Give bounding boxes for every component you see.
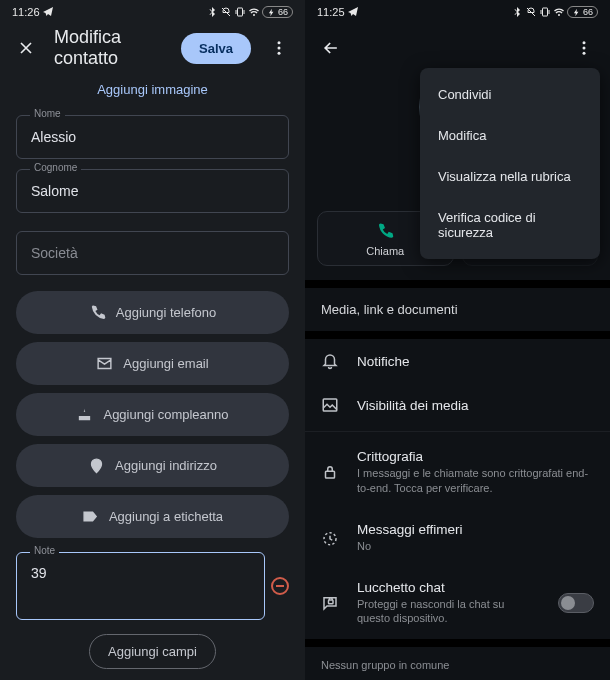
note-label: Note xyxy=(30,545,59,556)
encryption-item[interactable]: Crittografia I messaggi e le chiamate so… xyxy=(305,436,610,509)
notifications-item[interactable]: Notifiche xyxy=(305,339,610,383)
bell-icon xyxy=(321,352,339,370)
company-field[interactable] xyxy=(16,231,289,275)
topbar xyxy=(305,24,610,72)
add-label-button[interactable]: Aggiungi a etichetta xyxy=(16,495,289,538)
svg-rect-10 xyxy=(326,472,335,479)
create-group-button[interactable]: Crea gruppo con Alessio xyxy=(305,675,610,680)
phone-icon xyxy=(376,222,394,240)
battery-indicator: 66 xyxy=(262,6,293,18)
screen-contact-info: 11:25 66 Aless +39 3 Chiama xyxy=(305,0,610,680)
name-input[interactable] xyxy=(16,115,289,159)
statusbar: 11:25 66 xyxy=(305,0,610,24)
svg-rect-12 xyxy=(329,600,334,604)
statusbar: 11:26 66 xyxy=(0,0,305,24)
svg-point-6 xyxy=(583,41,586,44)
cake-icon xyxy=(76,406,93,423)
note-field[interactable]: Note xyxy=(16,552,265,620)
chatlock-icon xyxy=(321,594,339,612)
status-time: 11:26 xyxy=(12,6,40,18)
close-icon xyxy=(16,38,36,58)
remove-note-button[interactable] xyxy=(271,577,289,595)
more-vert-icon xyxy=(575,39,593,57)
no-groups-label: Nessun gruppo in comune xyxy=(305,647,610,675)
chatlock-toggle[interactable] xyxy=(558,593,594,613)
topbar: Modifica contatto Salva xyxy=(0,24,305,72)
svg-point-3 xyxy=(278,52,281,55)
svg-point-8 xyxy=(583,52,586,55)
svg-point-7 xyxy=(583,47,586,50)
add-birthday-button[interactable]: Aggiungi compleanno xyxy=(16,393,289,436)
arrow-back-icon xyxy=(321,38,341,58)
status-time: 11:25 xyxy=(317,6,345,18)
more-fields-button[interactable]: Aggiungi campi xyxy=(89,634,216,669)
name-label: Nome xyxy=(30,108,65,119)
svg-rect-0 xyxy=(237,8,242,16)
mute-icon xyxy=(525,6,537,18)
wifi-icon xyxy=(553,6,565,18)
svg-point-4 xyxy=(95,463,98,466)
more-vert-icon xyxy=(270,39,288,57)
media-section[interactable]: Media, link e documenti xyxy=(305,288,610,331)
location-icon xyxy=(88,457,105,474)
wifi-icon xyxy=(248,6,260,18)
mute-icon xyxy=(220,6,232,18)
lock-icon xyxy=(321,463,339,481)
name-field[interactable]: Nome xyxy=(16,115,289,159)
menu-view-contacts[interactable]: Visualizza nella rubrica xyxy=(420,156,600,197)
phone-icon xyxy=(89,304,106,321)
telegram-icon xyxy=(42,6,54,18)
context-menu: Condividi Modifica Visualizza nella rubr… xyxy=(420,68,600,259)
save-button[interactable]: Salva xyxy=(181,33,251,64)
surname-field[interactable]: Cognome xyxy=(16,169,289,213)
more-button[interactable] xyxy=(261,30,297,66)
bluetooth-icon xyxy=(511,6,523,18)
media-visibility-item[interactable]: Visibilità dei media xyxy=(305,383,610,427)
menu-verify-code[interactable]: Verifica codice di sicurezza xyxy=(420,197,600,253)
note-input[interactable] xyxy=(16,552,265,620)
battery-indicator: 66 xyxy=(567,6,598,18)
svg-point-2 xyxy=(278,47,281,50)
bluetooth-icon xyxy=(206,6,218,18)
vibrate-icon xyxy=(234,6,246,18)
chatlock-item[interactable]: Lucchetto chat Proteggi e nascondi la ch… xyxy=(305,567,610,640)
company-input[interactable] xyxy=(16,231,289,275)
page-title: Modifica contatto xyxy=(54,27,171,69)
label-icon xyxy=(82,508,99,525)
disappearing-item[interactable]: Messaggi effimeri No xyxy=(305,509,610,567)
screen-edit-contact: 11:26 66 Modifica contatto Salva Aggiung… xyxy=(0,0,305,680)
back-button[interactable] xyxy=(313,30,349,66)
image-icon xyxy=(321,396,339,414)
svg-point-1 xyxy=(278,41,281,44)
vibrate-icon xyxy=(539,6,551,18)
svg-rect-5 xyxy=(542,8,547,16)
menu-share[interactable]: Condividi xyxy=(420,74,600,115)
surname-input[interactable] xyxy=(16,169,289,213)
add-phone-button[interactable]: Aggiungi telefono xyxy=(16,291,289,334)
timer-icon xyxy=(321,529,339,547)
close-button[interactable] xyxy=(8,30,44,66)
more-button[interactable] xyxy=(566,30,602,66)
add-email-button[interactable]: Aggiungi email xyxy=(16,342,289,385)
add-address-button[interactable]: Aggiungi indirizzo xyxy=(16,444,289,487)
telegram-icon xyxy=(347,6,359,18)
surname-label: Cognome xyxy=(30,162,81,173)
email-icon xyxy=(96,355,113,372)
menu-edit[interactable]: Modifica xyxy=(420,115,600,156)
